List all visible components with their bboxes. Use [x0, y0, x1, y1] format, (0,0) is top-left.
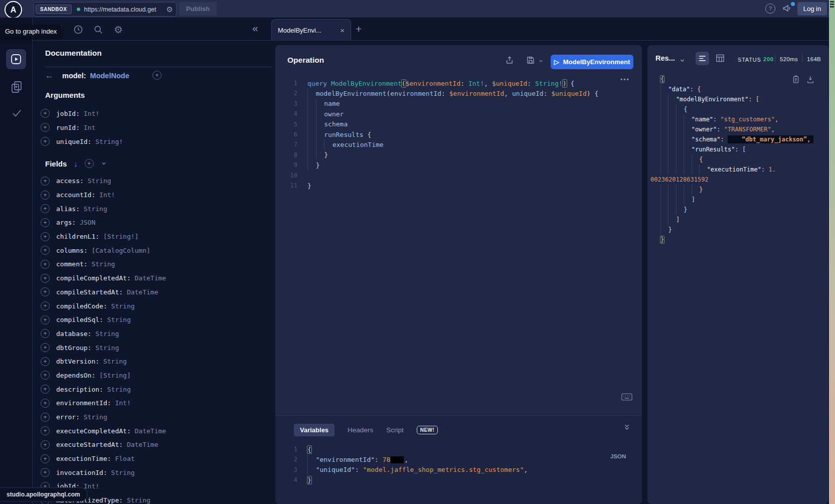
add-to-query-icon[interactable]: + [41, 343, 50, 352]
settings-icon[interactable]: ⚙ [114, 25, 123, 35]
add-to-query-icon[interactable]: + [41, 413, 50, 422]
headers-tab[interactable]: Headers [348, 426, 373, 434]
raw-view-button[interactable] [696, 52, 709, 65]
field-type[interactable]: String [91, 260, 115, 268]
code-line[interactable]: } [660, 225, 827, 235]
announcements-icon[interactable] [782, 4, 792, 13]
add-to-query-icon[interactable]: + [41, 191, 50, 200]
field-name[interactable]: columns: [CatalogColumn] [56, 247, 150, 254]
code-line[interactable]: } [660, 185, 827, 195]
sort-icon[interactable]: ↓ [74, 159, 78, 168]
variables-tab[interactable]: Variables [294, 424, 335, 436]
code-line[interactable]: executionTime [307, 139, 640, 149]
code-line[interactable]: "executionTime": 1. [660, 164, 827, 175]
rail-checklist-button[interactable] [11, 107, 23, 118]
field-name[interactable]: environmentId: Int! [56, 399, 131, 407]
rail-explorer-button[interactable] [6, 49, 26, 69]
operation-editor[interactable]: query ModelByEnvironment($environmentId:… [307, 78, 640, 191]
code-line[interactable]: { [660, 104, 827, 114]
code-line[interactable]: } [660, 235, 827, 245]
add-to-query-icon[interactable]: + [41, 123, 50, 132]
field-name[interactable]: dependsOn: [String] [56, 372, 131, 379]
code-line[interactable]: modelByEnvironment(environmentId: $envir… [307, 88, 640, 98]
variables-editor[interactable]: {"environmentId": 78,"uniqueId": "model.… [307, 444, 528, 485]
field-type[interactable]: Float [115, 455, 134, 462]
field-type[interactable]: DateTime [135, 274, 166, 282]
back-icon[interactable]: ← [45, 71, 54, 81]
fields-chevron-icon[interactable] [101, 160, 107, 166]
connection-settings-icon[interactable]: ⚙ [166, 6, 173, 13]
code-line[interactable]: } [307, 150, 640, 160]
code-line[interactable]: } [660, 205, 827, 215]
field-name[interactable]: compiledSql: String [56, 316, 131, 323]
history-icon[interactable] [73, 25, 83, 35]
search-icon[interactable] [93, 25, 103, 35]
field-type[interactable]: Int! [99, 191, 115, 199]
field-type[interactable]: Int! [115, 399, 130, 407]
add-to-query-icon[interactable]: + [41, 109, 50, 118]
add-to-query-icon[interactable]: + [41, 399, 50, 408]
field-type[interactable]: [String!] [103, 233, 138, 240]
add-to-query-icon[interactable]: + [41, 468, 50, 477]
code-line[interactable]: "modelByEnvironment": [ [660, 94, 827, 104]
add-to-query-icon[interactable]: + [41, 301, 50, 310]
add-to-query-icon[interactable]: + [41, 440, 50, 449]
publish-button[interactable]: Publish [179, 2, 217, 16]
field-type[interactable]: JSON [80, 219, 95, 226]
field-type[interactable]: String [84, 413, 107, 421]
code-line[interactable]: { [660, 74, 827, 84]
add-to-query-icon[interactable]: + [41, 329, 50, 338]
field-type[interactable]: String [107, 316, 131, 323]
response-chevron-icon[interactable] [679, 57, 686, 64]
field-type[interactable]: String [103, 358, 127, 365]
collapse-sidebar-icon[interactable]: « [252, 22, 258, 34]
field-name[interactable]: childrenL1: [String!] [56, 233, 138, 240]
fields-add-icon[interactable]: + [85, 159, 94, 168]
field-type[interactable]: [CatalogColumn] [91, 247, 150, 254]
field-name[interactable]: executeStartedAt: DateTime [56, 441, 158, 448]
code-line[interactable]: name [307, 99, 640, 109]
field-name[interactable]: alias: String [56, 205, 107, 213]
code-line[interactable]: "name": "stg_customers", [660, 114, 827, 124]
argument-name[interactable]: uniqueId: String! [56, 138, 123, 145]
page-scrollbar[interactable] [829, 0, 835, 504]
field-name[interactable]: executionTime: Float [56, 455, 135, 462]
code-line[interactable]: { [660, 154, 827, 164]
add-to-query-icon[interactable]: + [41, 260, 50, 269]
code-line[interactable]: { [307, 444, 528, 454]
add-to-query-icon[interactable]: + [41, 454, 50, 463]
field-type[interactable]: DateTime [127, 288, 158, 296]
argument-name[interactable]: jobId: Int! [56, 110, 99, 117]
add-to-query-icon[interactable]: + [41, 274, 50, 283]
add-to-query-icon[interactable]: + [41, 177, 50, 186]
save-chevron-icon[interactable] [538, 58, 544, 64]
field-name[interactable]: compileStartedAt: DateTime [56, 288, 158, 296]
share-icon[interactable] [505, 56, 514, 65]
code-line[interactable]: "schema": “dbt_mary_jackson”, [660, 134, 827, 144]
code-line[interactable]: schema [307, 119, 640, 129]
code-line[interactable]: } [307, 181, 640, 191]
field-name[interactable]: comment: String [56, 260, 115, 268]
field-name[interactable]: access: String [56, 177, 111, 185]
add-to-query-icon[interactable]: + [41, 218, 50, 227]
field-type[interactable]: String [111, 469, 135, 476]
add-to-query-icon[interactable]: + [41, 357, 50, 366]
field-type[interactable]: [String] [99, 372, 131, 379]
code-line[interactable]: "data": { [660, 84, 827, 94]
add-to-query-icon[interactable]: + [41, 246, 50, 255]
tab-close-icon[interactable]: × [340, 26, 345, 35]
apollo-logo[interactable]: A [5, 1, 22, 19]
field-type[interactable]: String [111, 302, 135, 310]
field-name[interactable]: error: String [56, 413, 107, 421]
code-line[interactable]: } [307, 160, 640, 170]
add-to-query-icon[interactable]: + [41, 385, 50, 394]
field-name[interactable]: description: String [56, 386, 131, 393]
add-to-query-icon[interactable]: + [41, 204, 50, 213]
code-line[interactable]: ] [660, 215, 827, 225]
argument-type[interactable]: String! [95, 138, 123, 145]
field-name[interactable]: args: JSON [56, 219, 95, 226]
field-name[interactable]: compiledCode: String [56, 302, 135, 310]
code-line[interactable]: "owner": "TRANSFORMER", [660, 124, 827, 134]
field-name[interactable]: executeCompletedAt: DateTime [56, 427, 166, 435]
field-type[interactable]: String [84, 205, 107, 213]
